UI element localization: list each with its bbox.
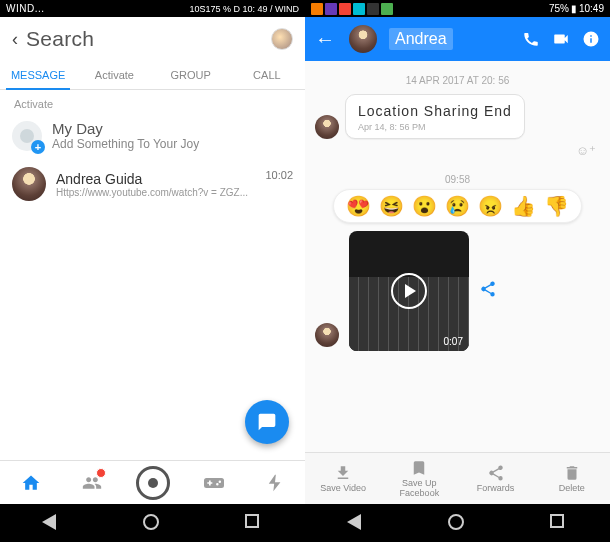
reaction-picker: 😍 😆 😮 😢 😠 👍 👎 bbox=[333, 189, 582, 223]
react-wow[interactable]: 😮 bbox=[412, 196, 437, 216]
share-icon bbox=[479, 280, 497, 298]
android-nav-bar bbox=[0, 504, 610, 542]
myday-subtitle: Add Something To Your Joy bbox=[52, 137, 199, 151]
action-forward[interactable]: Forwards bbox=[458, 453, 534, 504]
bubble-title: Location Sharing End bbox=[358, 103, 512, 119]
inbox-tabs: MESSAGE Activate GROUP CALL bbox=[0, 59, 305, 90]
timestamp-2: 09:58 bbox=[305, 158, 610, 189]
message-avatar[interactable] bbox=[315, 115, 339, 139]
chat-header: ← Andrea bbox=[305, 17, 610, 61]
bottom-nav bbox=[0, 460, 305, 504]
nav-back-2[interactable] bbox=[347, 514, 365, 532]
media-avatar[interactable] bbox=[315, 323, 339, 347]
contact-name: Andrea Guida bbox=[56, 171, 255, 187]
nav-recent[interactable] bbox=[245, 514, 263, 532]
message-actions: Save Video Save Up Facebook Forwards Del… bbox=[305, 452, 610, 504]
status-extra: 10S175 % D 10: 49 / WIND bbox=[189, 4, 299, 14]
search-row: ‹ Search bbox=[0, 17, 305, 59]
react-haha[interactable]: 😆 bbox=[379, 196, 404, 216]
message-preview: Https://www.youtube.com/watch?v = ZGZ... bbox=[56, 187, 255, 198]
camera-icon bbox=[136, 466, 170, 500]
nav-home-2[interactable] bbox=[448, 514, 466, 532]
tab-call[interactable]: CALL bbox=[229, 59, 305, 89]
chat-screen: 75% ▮ 10:49 ← Andrea 14 APR 2017 AT 20: … bbox=[305, 0, 610, 504]
status-bar-right: 75% ▮ 10:49 bbox=[305, 0, 610, 17]
bubble-time: Apr 14, 8: 56 PM bbox=[358, 122, 512, 132]
trash-icon bbox=[563, 464, 581, 482]
contact-avatar bbox=[12, 167, 46, 201]
myday-title: My Day bbox=[52, 120, 199, 137]
gamepad-icon bbox=[204, 473, 224, 493]
action-save-facebook[interactable]: Save Up Facebook bbox=[381, 453, 457, 504]
camera-placeholder-icon: + bbox=[12, 121, 42, 151]
back-chevron-icon[interactable]: ‹ bbox=[12, 29, 18, 50]
timestamp: 14 APR 2017 AT 20: 56 bbox=[305, 61, 610, 94]
react-sad[interactable]: 😢 bbox=[445, 196, 470, 216]
status-bar-left: WIND... 10S175 % D 10: 49 / WIND bbox=[0, 0, 305, 17]
my-day-row[interactable]: + My Day Add Something To Your Joy bbox=[0, 114, 305, 161]
video-message[interactable]: 0:07 bbox=[349, 231, 469, 351]
play-icon bbox=[391, 273, 427, 309]
download-icon bbox=[334, 464, 352, 482]
nav-games[interactable] bbox=[183, 461, 244, 504]
message-bubble[interactable]: Location Sharing End Apr 14, 8: 56 PM bbox=[345, 94, 525, 139]
message-time: 10:02 bbox=[265, 167, 293, 181]
nav-people[interactable] bbox=[61, 461, 122, 504]
phone-icon[interactable] bbox=[522, 30, 540, 48]
battery-label: 75% bbox=[549, 3, 569, 14]
react-love[interactable]: 😍 bbox=[346, 196, 371, 216]
bolt-icon bbox=[265, 473, 285, 493]
conversation-row[interactable]: Andrea Guida Https://www.youtube.com/wat… bbox=[0, 161, 305, 207]
video-icon[interactable] bbox=[552, 30, 570, 48]
share-message-button[interactable] bbox=[479, 280, 497, 302]
compose-fab[interactable] bbox=[245, 400, 289, 444]
tab-activate[interactable]: Activate bbox=[76, 59, 152, 89]
profile-avatar[interactable] bbox=[271, 28, 293, 50]
header-contact-name[interactable]: Andrea bbox=[389, 28, 453, 50]
notification-dot bbox=[96, 468, 106, 478]
video-duration: 0:07 bbox=[444, 336, 463, 347]
react-dislike[interactable]: 👎 bbox=[544, 196, 569, 216]
search-input[interactable]: Search bbox=[26, 27, 263, 51]
chat-icon bbox=[257, 412, 277, 432]
reaction-hint-icon[interactable]: ☺⁺ bbox=[576, 139, 610, 158]
nav-recent-2[interactable] bbox=[550, 514, 568, 532]
message-row: Location Sharing End Apr 14, 8: 56 PM bbox=[305, 94, 610, 139]
add-badge-icon: + bbox=[31, 140, 45, 154]
back-arrow-icon[interactable]: ← bbox=[315, 28, 335, 51]
tab-group[interactable]: GROUP bbox=[153, 59, 229, 89]
nav-discover[interactable] bbox=[244, 461, 305, 504]
action-delete[interactable]: Delete bbox=[534, 453, 610, 504]
bookmark-icon bbox=[410, 459, 428, 477]
clock-label: 10:49 bbox=[579, 3, 604, 14]
section-label: Activate bbox=[0, 90, 305, 114]
action-save-video[interactable]: Save Video bbox=[305, 453, 381, 504]
header-avatar[interactable] bbox=[349, 25, 377, 53]
share-icon bbox=[487, 464, 505, 482]
react-like[interactable]: 👍 bbox=[511, 196, 536, 216]
nav-home[interactable] bbox=[143, 514, 161, 532]
nav-camera[interactable] bbox=[122, 461, 183, 504]
nav-home[interactable] bbox=[0, 461, 61, 504]
react-angry[interactable]: 😠 bbox=[478, 196, 503, 216]
nav-back[interactable] bbox=[42, 514, 60, 532]
carrier-label: WIND... bbox=[6, 3, 45, 14]
inbox-screen: WIND... 10S175 % D 10: 49 / WIND ‹ Searc… bbox=[0, 0, 305, 504]
tab-message[interactable]: MESSAGE bbox=[0, 59, 76, 89]
info-icon[interactable] bbox=[582, 30, 600, 48]
home-icon bbox=[21, 473, 41, 493]
